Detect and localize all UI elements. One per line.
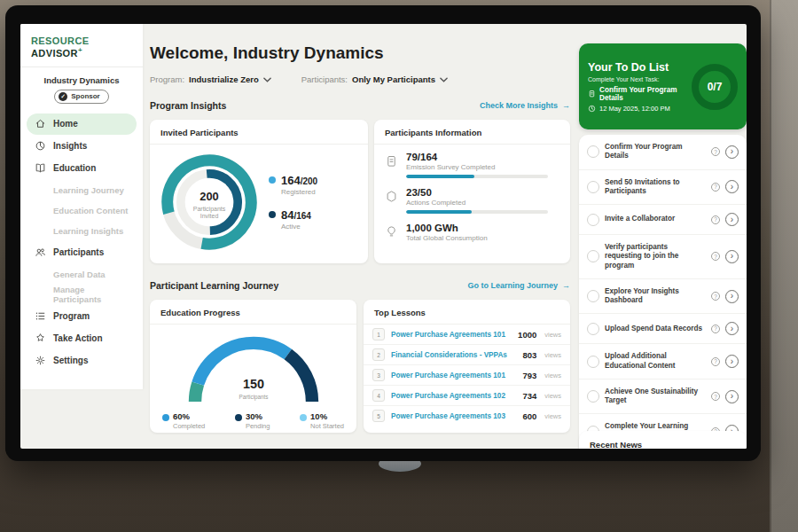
task-row: Upload Additional Educational Content ? …	[579, 344, 747, 379]
sidebar: RESOURCE ADVISOR+ Industry Dynamics ✓ Sp…	[20, 24, 143, 389]
completed-dot-icon	[162, 414, 169, 421]
legend-active: 84/164 Active	[269, 208, 317, 231]
views-value: 600	[522, 411, 536, 421]
check-more-insights-link[interactable]: Check More Insights →	[480, 101, 570, 110]
task-open-button[interactable]: ›	[725, 390, 739, 403]
sidebar-item-home[interactable]: Home	[27, 113, 137, 135]
task-open-button[interactable]: ›	[725, 355, 739, 368]
sidebar-item-participants[interactable]: Participants	[27, 242, 137, 263]
info-icon[interactable]: ?	[711, 292, 720, 301]
sidebar-item-label: Take Action	[53, 333, 103, 343]
info-icon[interactable]: ?	[711, 325, 720, 333]
chevron-down-icon	[440, 77, 448, 82]
gear-icon	[35, 355, 46, 366]
people-icon	[35, 246, 46, 258]
go-to-learning-journey-link[interactable]: Go to Learning Journey →	[467, 281, 570, 290]
registered-dot-icon	[269, 176, 276, 184]
arrow-right-icon: →	[562, 101, 570, 110]
task-checkbox[interactable]	[587, 145, 599, 158]
sidebar-item-insights[interactable]: Insights	[27, 136, 137, 157]
task-checkbox[interactable]	[587, 323, 599, 335]
sidebar-item-program[interactable]: Program	[27, 306, 137, 327]
lesson-row: 4 Power Purchase Agreements 102 734 view…	[364, 386, 570, 406]
info-icon[interactable]: ?	[711, 147, 720, 156]
active-dot-icon	[269, 211, 276, 218]
todo-title: Your To Do List	[588, 61, 692, 74]
rank-badge: 2	[372, 348, 385, 361]
views-suffix: views	[544, 351, 561, 359]
legend-registered: 164/200 Registered	[269, 174, 317, 196]
donut-legend: 164/200 Registered 84/164 Active	[269, 174, 317, 231]
views-suffix: views	[544, 372, 561, 379]
lesson-link[interactable]: Financial Considerations - VPPAs	[391, 351, 516, 359]
svg-text:Invited: Invited	[200, 213, 219, 219]
sidebar-item-education-content[interactable]: Education Content	[27, 200, 137, 221]
active-value: 84	[281, 208, 293, 222]
task-open-button[interactable]: ›	[725, 180, 739, 193]
task-open-button[interactable]: ›	[725, 213, 739, 226]
card-title: Invited Participants	[150, 120, 368, 145]
sidebar-item-manage-participants[interactable]: Manage Participants	[27, 285, 137, 305]
stat-emission-survey: 79/164 Emission Survey Completed	[374, 145, 570, 180]
task-open-button[interactable]: ›	[725, 322, 739, 335]
learning-journey-header: Participant Learning Journey Go to Learn…	[150, 280, 570, 291]
invited-participants-card: Invited Participants 200 Participants In…	[150, 120, 368, 263]
lesson-link[interactable]: Power Purchase Agreements 103	[391, 412, 516, 420]
todo-column: Your To Do List Complete Your Next Task:…	[579, 24, 747, 449]
task-label: Invite a Collaborator	[605, 215, 706, 223]
task-open-button[interactable]: ›	[725, 250, 739, 263]
task-open-button[interactable]: ›	[725, 290, 739, 303]
task-checkbox[interactable]	[587, 356, 599, 368]
task-checkbox[interactable]	[587, 250, 599, 262]
todo-next-task: Confirm Your Program Details	[588, 86, 692, 102]
info-icon[interactable]: ?	[711, 252, 720, 261]
insights-icon	[35, 140, 46, 152]
task-label: Send 50 Invitations to Participants	[605, 178, 706, 197]
star-icon	[35, 332, 46, 344]
info-icon[interactable]: ?	[711, 392, 720, 401]
sidebar-item-settings[interactable]: Settings	[27, 350, 137, 372]
task-label: Achieve One Sustainability Target	[605, 387, 706, 406]
pending-dot-icon	[235, 414, 242, 421]
info-icon[interactable]: ?	[711, 183, 720, 192]
task-row: Upload Spend Data Records ? ›	[579, 314, 747, 344]
gauge-legend: 60% Completed 30% Pending 10% Not Starte…	[150, 406, 356, 430]
sidebar-item-education[interactable]: Education	[27, 158, 137, 179]
views-value: 734	[522, 391, 536, 401]
program-label: Program:	[150, 74, 184, 84]
info-icon[interactable]: ?	[711, 357, 720, 366]
sidebar-item-take-action[interactable]: Take Action	[27, 328, 137, 349]
todo-progress-ring: 0/7	[692, 64, 738, 110]
task-checkbox[interactable]	[587, 181, 599, 193]
lesson-link[interactable]: Power Purchase Agreements 102	[391, 392, 516, 400]
sidebar-item-label: Home	[53, 119, 78, 129]
stat-label: Emission Survey Completed	[406, 163, 548, 171]
participants-select[interactable]: Participants: Only My Participants	[301, 74, 448, 84]
lesson-link[interactable]: Power Purchase Agreements 101	[391, 372, 516, 379]
lesson-link[interactable]: Power Purchase Agreements 101	[391, 331, 512, 339]
sidebar-item-learning-journey[interactable]: Learning Journey	[27, 180, 137, 200]
task-label: Upload Spend Data Records	[605, 325, 706, 333]
home-icon	[35, 118, 46, 129]
section-title: Participant Learning Journey	[150, 280, 278, 291]
link-label: Check More Insights	[480, 101, 558, 110]
logo-secondary: ADVISOR	[31, 48, 78, 59]
clipboard-icon	[588, 90, 596, 98]
program-select[interactable]: Program: Industrialize Zero	[150, 74, 271, 84]
task-checkbox[interactable]	[587, 214, 599, 226]
task-checkbox[interactable]	[587, 290, 599, 302]
stat-consumption: 1,000 GWh Total Global Consumption	[374, 215, 570, 247]
sidebar-item-learning-insights[interactable]: Learning Insights	[27, 221, 137, 241]
link-label: Go to Learning Journey	[467, 281, 558, 290]
task-label: Upload Additional Educational Content	[605, 352, 706, 371]
survey-icon	[385, 154, 398, 168]
active-label: Active	[281, 223, 311, 231]
task-checkbox[interactable]	[587, 390, 599, 403]
task-row: Achieve One Sustainability Target ? ›	[579, 379, 747, 415]
info-icon[interactable]: ?	[711, 215, 720, 224]
rank-badge: 4	[372, 389, 385, 402]
sidebar-item-general-data[interactable]: General Data	[27, 264, 137, 285]
task-open-button[interactable]: ›	[725, 145, 739, 159]
task-label: Confirm Your Program Details	[605, 143, 706, 161]
participants-label: Participants:	[301, 74, 348, 84]
